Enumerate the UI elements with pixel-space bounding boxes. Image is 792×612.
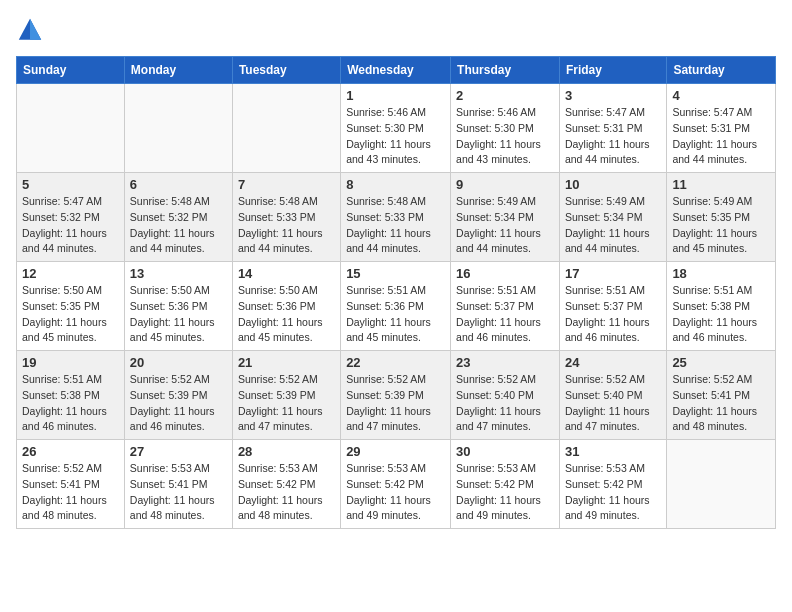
day-number: 26: [22, 444, 119, 459]
day-info: Sunrise: 5:49 AM Sunset: 5:35 PM Dayligh…: [672, 194, 770, 257]
calendar-cell: 20Sunrise: 5:52 AM Sunset: 5:39 PM Dayli…: [124, 351, 232, 440]
calendar-header-row: SundayMondayTuesdayWednesdayThursdayFrid…: [17, 57, 776, 84]
calendar-header-friday: Friday: [559, 57, 666, 84]
calendar-cell: 15Sunrise: 5:51 AM Sunset: 5:36 PM Dayli…: [341, 262, 451, 351]
day-info: Sunrise: 5:52 AM Sunset: 5:39 PM Dayligh…: [346, 372, 445, 435]
svg-marker-1: [30, 19, 41, 40]
day-number: 13: [130, 266, 227, 281]
day-number: 29: [346, 444, 445, 459]
calendar-cell: 28Sunrise: 5:53 AM Sunset: 5:42 PM Dayli…: [232, 440, 340, 529]
day-number: 3: [565, 88, 661, 103]
day-number: 12: [22, 266, 119, 281]
calendar-header-wednesday: Wednesday: [341, 57, 451, 84]
day-number: 4: [672, 88, 770, 103]
calendar-cell: 10Sunrise: 5:49 AM Sunset: 5:34 PM Dayli…: [559, 173, 666, 262]
calendar-cell: 1Sunrise: 5:46 AM Sunset: 5:30 PM Daylig…: [341, 84, 451, 173]
page-header: [16, 16, 776, 44]
day-info: Sunrise: 5:50 AM Sunset: 5:35 PM Dayligh…: [22, 283, 119, 346]
calendar-header-sunday: Sunday: [17, 57, 125, 84]
calendar-cell: 6Sunrise: 5:48 AM Sunset: 5:32 PM Daylig…: [124, 173, 232, 262]
day-info: Sunrise: 5:48 AM Sunset: 5:33 PM Dayligh…: [346, 194, 445, 257]
day-info: Sunrise: 5:47 AM Sunset: 5:31 PM Dayligh…: [672, 105, 770, 168]
day-info: Sunrise: 5:53 AM Sunset: 5:41 PM Dayligh…: [130, 461, 227, 524]
calendar-cell: 8Sunrise: 5:48 AM Sunset: 5:33 PM Daylig…: [341, 173, 451, 262]
day-info: Sunrise: 5:47 AM Sunset: 5:31 PM Dayligh…: [565, 105, 661, 168]
calendar-cell: 17Sunrise: 5:51 AM Sunset: 5:37 PM Dayli…: [559, 262, 666, 351]
calendar-cell: 24Sunrise: 5:52 AM Sunset: 5:40 PM Dayli…: [559, 351, 666, 440]
day-info: Sunrise: 5:49 AM Sunset: 5:34 PM Dayligh…: [565, 194, 661, 257]
calendar-week-row: 5Sunrise: 5:47 AM Sunset: 5:32 PM Daylig…: [17, 173, 776, 262]
day-info: Sunrise: 5:52 AM Sunset: 5:39 PM Dayligh…: [238, 372, 335, 435]
day-number: 20: [130, 355, 227, 370]
day-info: Sunrise: 5:46 AM Sunset: 5:30 PM Dayligh…: [456, 105, 554, 168]
day-number: 31: [565, 444, 661, 459]
calendar-cell: 26Sunrise: 5:52 AM Sunset: 5:41 PM Dayli…: [17, 440, 125, 529]
day-info: Sunrise: 5:48 AM Sunset: 5:33 PM Dayligh…: [238, 194, 335, 257]
day-number: 5: [22, 177, 119, 192]
calendar-cell: 21Sunrise: 5:52 AM Sunset: 5:39 PM Dayli…: [232, 351, 340, 440]
day-info: Sunrise: 5:51 AM Sunset: 5:38 PM Dayligh…: [672, 283, 770, 346]
day-info: Sunrise: 5:53 AM Sunset: 5:42 PM Dayligh…: [565, 461, 661, 524]
day-info: Sunrise: 5:52 AM Sunset: 5:39 PM Dayligh…: [130, 372, 227, 435]
calendar-cell: [232, 84, 340, 173]
calendar-cell: 4Sunrise: 5:47 AM Sunset: 5:31 PM Daylig…: [667, 84, 776, 173]
day-number: 23: [456, 355, 554, 370]
calendar-cell: [667, 440, 776, 529]
day-number: 22: [346, 355, 445, 370]
day-number: 19: [22, 355, 119, 370]
day-number: 9: [456, 177, 554, 192]
day-info: Sunrise: 5:49 AM Sunset: 5:34 PM Dayligh…: [456, 194, 554, 257]
calendar-header-thursday: Thursday: [451, 57, 560, 84]
calendar-cell: 23Sunrise: 5:52 AM Sunset: 5:40 PM Dayli…: [451, 351, 560, 440]
day-number: 14: [238, 266, 335, 281]
day-number: 27: [130, 444, 227, 459]
day-info: Sunrise: 5:51 AM Sunset: 5:38 PM Dayligh…: [22, 372, 119, 435]
calendar-cell: 13Sunrise: 5:50 AM Sunset: 5:36 PM Dayli…: [124, 262, 232, 351]
calendar-cell: 11Sunrise: 5:49 AM Sunset: 5:35 PM Dayli…: [667, 173, 776, 262]
calendar-table: SundayMondayTuesdayWednesdayThursdayFrid…: [16, 56, 776, 529]
day-info: Sunrise: 5:52 AM Sunset: 5:40 PM Dayligh…: [456, 372, 554, 435]
calendar-cell: 7Sunrise: 5:48 AM Sunset: 5:33 PM Daylig…: [232, 173, 340, 262]
calendar-cell: 2Sunrise: 5:46 AM Sunset: 5:30 PM Daylig…: [451, 84, 560, 173]
day-number: 25: [672, 355, 770, 370]
day-number: 7: [238, 177, 335, 192]
calendar-header-saturday: Saturday: [667, 57, 776, 84]
day-number: 28: [238, 444, 335, 459]
calendar-cell: 16Sunrise: 5:51 AM Sunset: 5:37 PM Dayli…: [451, 262, 560, 351]
day-number: 10: [565, 177, 661, 192]
day-info: Sunrise: 5:51 AM Sunset: 5:37 PM Dayligh…: [565, 283, 661, 346]
calendar-cell: 25Sunrise: 5:52 AM Sunset: 5:41 PM Dayli…: [667, 351, 776, 440]
day-number: 24: [565, 355, 661, 370]
day-number: 16: [456, 266, 554, 281]
calendar-week-row: 26Sunrise: 5:52 AM Sunset: 5:41 PM Dayli…: [17, 440, 776, 529]
day-info: Sunrise: 5:53 AM Sunset: 5:42 PM Dayligh…: [238, 461, 335, 524]
day-info: Sunrise: 5:53 AM Sunset: 5:42 PM Dayligh…: [456, 461, 554, 524]
calendar-cell: 18Sunrise: 5:51 AM Sunset: 5:38 PM Dayli…: [667, 262, 776, 351]
day-info: Sunrise: 5:47 AM Sunset: 5:32 PM Dayligh…: [22, 194, 119, 257]
day-info: Sunrise: 5:53 AM Sunset: 5:42 PM Dayligh…: [346, 461, 445, 524]
calendar-header-monday: Monday: [124, 57, 232, 84]
calendar-cell: 9Sunrise: 5:49 AM Sunset: 5:34 PM Daylig…: [451, 173, 560, 262]
day-number: 6: [130, 177, 227, 192]
calendar-cell: 14Sunrise: 5:50 AM Sunset: 5:36 PM Dayli…: [232, 262, 340, 351]
day-number: 17: [565, 266, 661, 281]
calendar-cell: 29Sunrise: 5:53 AM Sunset: 5:42 PM Dayli…: [341, 440, 451, 529]
calendar-cell: [17, 84, 125, 173]
day-info: Sunrise: 5:52 AM Sunset: 5:41 PM Dayligh…: [672, 372, 770, 435]
day-info: Sunrise: 5:50 AM Sunset: 5:36 PM Dayligh…: [130, 283, 227, 346]
calendar-week-row: 19Sunrise: 5:51 AM Sunset: 5:38 PM Dayli…: [17, 351, 776, 440]
logo-icon: [16, 16, 44, 44]
day-number: 30: [456, 444, 554, 459]
logo: [16, 16, 48, 44]
day-info: Sunrise: 5:46 AM Sunset: 5:30 PM Dayligh…: [346, 105, 445, 168]
calendar-header-tuesday: Tuesday: [232, 57, 340, 84]
day-info: Sunrise: 5:50 AM Sunset: 5:36 PM Dayligh…: [238, 283, 335, 346]
calendar-week-row: 12Sunrise: 5:50 AM Sunset: 5:35 PM Dayli…: [17, 262, 776, 351]
calendar-week-row: 1Sunrise: 5:46 AM Sunset: 5:30 PM Daylig…: [17, 84, 776, 173]
day-number: 11: [672, 177, 770, 192]
calendar-cell: 22Sunrise: 5:52 AM Sunset: 5:39 PM Dayli…: [341, 351, 451, 440]
calendar-cell: 27Sunrise: 5:53 AM Sunset: 5:41 PM Dayli…: [124, 440, 232, 529]
calendar-cell: 30Sunrise: 5:53 AM Sunset: 5:42 PM Dayli…: [451, 440, 560, 529]
day-number: 15: [346, 266, 445, 281]
day-number: 1: [346, 88, 445, 103]
